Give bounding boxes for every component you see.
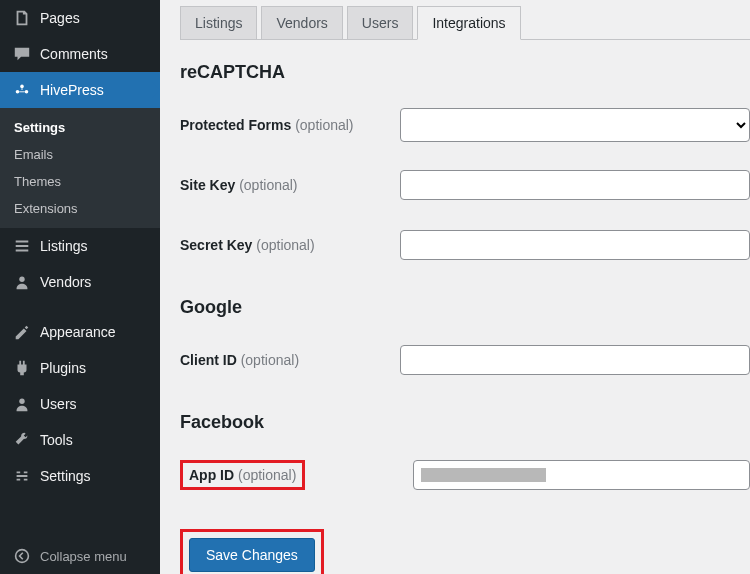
svg-point-0 xyxy=(20,85,24,89)
submenu-item-extensions[interactable]: Extensions xyxy=(0,195,160,222)
users-icon xyxy=(12,394,32,414)
main-content: Listings Vendors Users Integrations reCA… xyxy=(160,0,750,574)
vendors-icon xyxy=(12,272,32,292)
collapse-icon xyxy=(12,546,32,566)
submenu-item-settings[interactable]: Settings xyxy=(0,114,160,141)
section-title-google: Google xyxy=(180,297,750,318)
tab-listings[interactable]: Listings xyxy=(180,6,257,40)
tools-icon xyxy=(12,430,32,450)
menu-item-plugins[interactable]: Plugins xyxy=(0,350,160,386)
section-title-facebook: Facebook xyxy=(180,412,750,433)
menu-item-label: HivePress xyxy=(40,82,104,98)
tab-vendors[interactable]: Vendors xyxy=(261,6,342,40)
save-button[interactable]: Save Changes xyxy=(189,538,315,572)
menu-item-pages[interactable]: Pages xyxy=(0,0,160,36)
menu-item-vendors[interactable]: Vendors xyxy=(0,264,160,300)
collapse-label: Collapse menu xyxy=(40,549,127,564)
input-client-id[interactable] xyxy=(400,345,750,375)
menu-item-label: Users xyxy=(40,396,77,412)
settings-icon xyxy=(12,466,32,486)
comments-icon xyxy=(12,44,32,64)
svg-point-3 xyxy=(19,277,24,282)
row-client-id: Client ID (optional) xyxy=(180,330,750,390)
label-protected-forms: Protected Forms (optional) xyxy=(180,117,400,133)
menu-item-label: Comments xyxy=(40,46,108,62)
tab-nav: Listings Vendors Users Integrations xyxy=(180,6,750,40)
menu-item-label: Vendors xyxy=(40,274,91,290)
tab-integrations[interactable]: Integrations xyxy=(417,6,520,40)
row-site-key: Site Key (optional) xyxy=(180,155,750,215)
section-title-recaptcha: reCAPTCHA xyxy=(180,62,750,83)
menu-item-label: Tools xyxy=(40,432,73,448)
menu-item-appearance[interactable]: Appearance xyxy=(0,314,160,350)
pages-icon xyxy=(12,8,32,28)
menu-item-listings[interactable]: Listings xyxy=(0,228,160,264)
menu-item-label: Pages xyxy=(40,10,80,26)
submenu-item-emails[interactable]: Emails xyxy=(0,141,160,168)
select-protected-forms[interactable] xyxy=(400,108,750,142)
row-protected-forms: Protected Forms (optional) xyxy=(180,95,750,155)
hivepress-icon xyxy=(12,80,32,100)
menu-item-comments[interactable]: Comments xyxy=(0,36,160,72)
menu-item-hivepress[interactable]: HivePress xyxy=(0,72,160,108)
svg-point-4 xyxy=(19,399,24,404)
submit-wrap: Save Changes xyxy=(180,529,750,574)
collapse-menu[interactable]: Collapse menu xyxy=(0,538,160,574)
svg-point-2 xyxy=(25,90,29,94)
highlight-save-button: Save Changes xyxy=(180,529,324,574)
label-secret-key: Secret Key (optional) xyxy=(180,237,400,253)
menu-item-label: Appearance xyxy=(40,324,116,340)
label-client-id: Client ID (optional) xyxy=(180,352,400,368)
listings-icon xyxy=(12,236,32,256)
row-secret-key: Secret Key (optional) xyxy=(180,215,750,275)
hivepress-submenu: Settings Emails Themes Extensions xyxy=(0,108,160,228)
label-site-key: Site Key (optional) xyxy=(180,177,400,193)
menu-item-label: Listings xyxy=(40,238,87,254)
admin-sidebar: Pages Comments HivePress Settings Emails… xyxy=(0,0,160,574)
input-secret-key[interactable] xyxy=(400,230,750,260)
highlight-app-id-label: App ID (optional) xyxy=(180,460,305,490)
tab-users[interactable]: Users xyxy=(347,6,414,40)
menu-item-label: Plugins xyxy=(40,360,86,376)
menu-item-label: Settings xyxy=(40,468,91,484)
input-app-id[interactable] xyxy=(413,460,750,490)
menu-item-settings[interactable]: Settings xyxy=(0,458,160,494)
plugins-icon xyxy=(12,358,32,378)
submenu-item-themes[interactable]: Themes xyxy=(0,168,160,195)
menu-item-tools[interactable]: Tools xyxy=(0,422,160,458)
input-site-key[interactable] xyxy=(400,170,750,200)
appearance-icon xyxy=(12,322,32,342)
row-app-id: App ID (optional) xyxy=(180,445,750,505)
label-app-id: App ID (optional) xyxy=(189,467,296,483)
svg-point-1 xyxy=(16,90,20,94)
svg-point-5 xyxy=(16,550,29,563)
menu-item-users[interactable]: Users xyxy=(0,386,160,422)
